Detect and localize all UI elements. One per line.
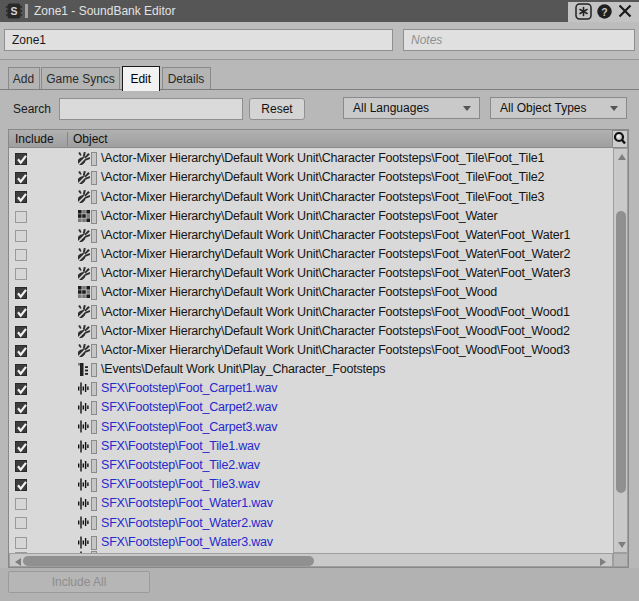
svg-text:?: ?: [601, 6, 607, 18]
svg-text:S: S: [10, 5, 17, 17]
